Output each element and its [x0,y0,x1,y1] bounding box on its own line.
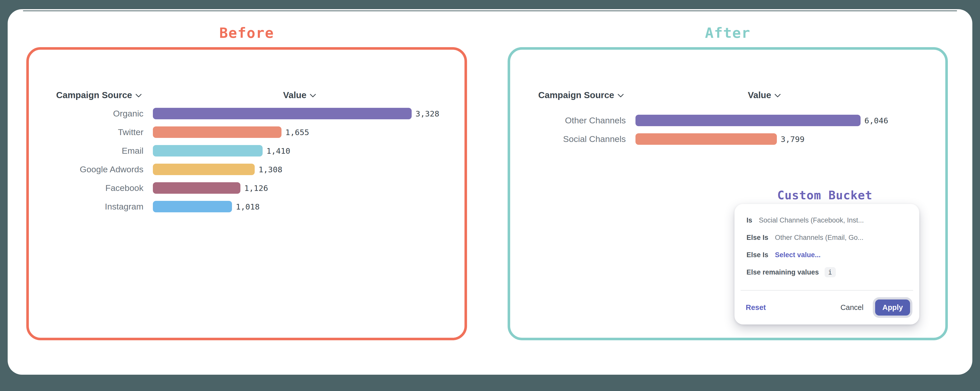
row-bar[interactable] [153,164,255,175]
row-label[interactable]: Facebook [29,183,143,193]
table-row: Organic 3,328 [29,104,465,123]
column-header-label: Campaign Source [538,90,614,100]
row-value: 6,046 [864,116,888,125]
chevron-down-icon [617,93,624,98]
app-background: { "before": { "title": "Before", "accent… [0,0,980,391]
value-column-header[interactable]: Value [274,88,325,102]
bucket-rule-row: Else Is Other Channels (Email, Go... i [746,229,909,246]
row-bar[interactable] [635,115,861,126]
apply-button[interactable]: Apply [875,299,910,315]
row-label[interactable]: Twitter [29,127,143,137]
row-label[interactable]: Social Channels [510,134,626,144]
after-table-rows: Other Channels 6,046 Social Channels 3,7… [510,111,945,148]
before-table-header: Campaign Source Value [29,88,465,102]
value-column-header[interactable]: Value [739,88,790,102]
column-header-label: Value [748,90,771,100]
column-header-label: Campaign Source [56,90,132,100]
top-divider [23,11,957,11]
rule-term: Else Is [746,234,768,242]
row-label[interactable]: Instagram [29,202,143,212]
row-value: 1,018 [236,202,259,211]
row-label[interactable]: Organic [29,109,143,119]
table-row: Instagram 1,018 [29,197,465,216]
bucket-rule-row: Else Is Select value... i [746,246,909,264]
after-table-header: Campaign Source Value [510,88,945,102]
row-label[interactable]: Google Adwords [29,165,143,174]
row-bar[interactable] [635,133,777,145]
before-panel: Campaign Source Value Organic 3,328 Twit… [26,47,467,340]
custom-bucket-rules: Is Social Channels (Facebook, Inst... i … [735,204,919,281]
before-title: Before [26,25,467,41]
table-row: Google Adwords 1,308 [29,160,465,179]
after-title: After [508,25,948,41]
row-bar[interactable] [153,145,262,157]
column-header-label: Value [283,90,306,100]
bucket-rule-row: Else remaining values i [746,264,909,281]
rule-value[interactable]: Other Channels (Email, Go... [775,234,864,242]
reset-button[interactable]: Reset [746,303,766,312]
row-bar[interactable] [153,182,240,194]
chevron-down-icon [774,93,781,98]
row-bar[interactable] [153,201,232,212]
rule-value[interactable]: Social Channels (Facebook, Inst... [759,217,864,224]
row-value: 1,126 [244,184,268,193]
info-icon[interactable]: i [824,267,836,277]
row-value: 1,308 [259,165,282,174]
rule-term: Else Is [746,251,768,259]
custom-bucket-dialog: Is Social Channels (Facebook, Inst... i … [735,204,919,325]
row-bar[interactable] [153,127,282,138]
rule-term: Else remaining values [746,268,819,276]
table-row: Email 1,410 [29,141,465,160]
row-bar[interactable] [153,108,412,119]
after-panel: Campaign Source Value Other Channels 6,0… [508,47,948,340]
dialog-footer: Reset Cancel Apply [735,291,919,325]
rule-term: Is [746,217,752,224]
row-value: 1,655 [285,128,309,137]
custom-bucket-title: Custom Bucket [774,188,876,202]
bucket-rule-row: Is Social Channels (Facebook, Inst... i [746,212,909,229]
row-value: 3,328 [415,109,439,118]
before-table-rows: Organic 3,328 Twitter 1,655 Email 1,410 … [29,104,465,216]
campaign-source-column-header[interactable]: Campaign Source [56,88,142,102]
rule-value[interactable]: Select value... [775,251,821,259]
table-row: Twitter 1,655 [29,123,465,141]
row-value: 3,799 [781,135,804,144]
campaign-source-column-header[interactable]: Campaign Source [538,88,624,102]
table-row: Social Channels 3,799 [510,130,945,148]
chevron-down-icon [310,93,316,98]
chevron-down-icon [135,93,142,98]
row-label[interactable]: Email [29,146,143,156]
main-card: Before After Campaign Source Value Organ… [8,9,972,375]
table-row: Facebook 1,126 [29,179,465,197]
row-value: 1,410 [266,146,290,155]
cancel-button[interactable]: Cancel [840,303,863,312]
row-label[interactable]: Other Channels [510,116,626,125]
table-row: Other Channels 6,046 [510,111,945,130]
